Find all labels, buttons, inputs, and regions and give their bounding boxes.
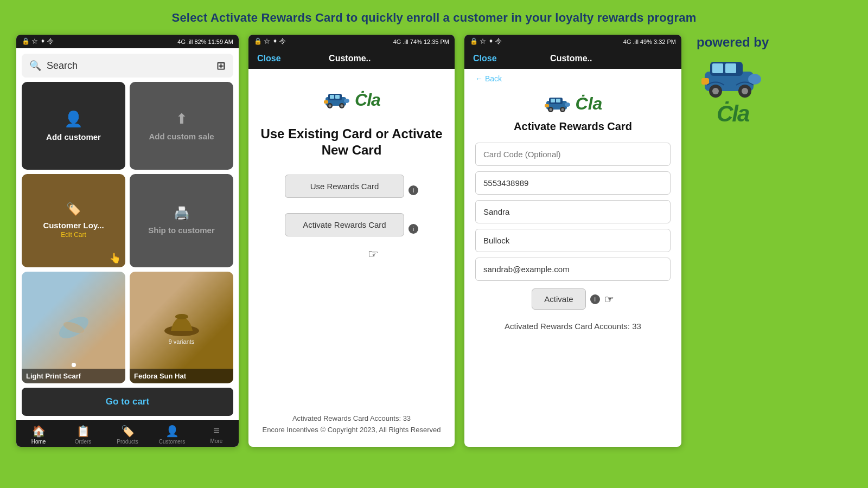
- phone-field[interactable]: 5553438989: [475, 171, 671, 195]
- nav-orders[interactable]: 📋 Orders: [61, 425, 105, 445]
- svg-point-19: [549, 108, 552, 111]
- add-customer-label: Add customer: [46, 132, 101, 142]
- svg-rect-26: [712, 63, 723, 73]
- back-link[interactable]: ← Back: [475, 69, 671, 88]
- hand-cursor-2: ☞: [368, 247, 379, 261]
- hat-variants-label: 9 variants: [169, 338, 195, 345]
- search-bar[interactable]: 🔍 Search ⊞: [22, 54, 233, 78]
- products-label: Products: [117, 439, 138, 445]
- svg-point-11: [341, 105, 343, 107]
- nav-customers[interactable]: 👤 Customers: [150, 425, 194, 445]
- svg-point-29: [712, 88, 719, 94]
- hat-label: Fedora Sun Hat: [130, 369, 233, 383]
- page-header: Select Activate Rewards Card to quickly …: [16, 11, 852, 25]
- screen3-heading: Activate Rewards Card: [475, 120, 671, 133]
- svg-rect-23: [545, 104, 549, 107]
- status-bar-2: 🔒 ☆ ✦ 令 4G .ill 74% 12:35 PM: [248, 35, 455, 48]
- svg-rect-16: [551, 99, 555, 102]
- go-to-cart-button[interactable]: Go to cart: [22, 388, 233, 416]
- svg-rect-7: [335, 95, 340, 99]
- status-bar-1: 🔒 ☆ ✦ 令 4G .ill 82% 11:59 AM: [16, 35, 239, 48]
- customers-icon: 👤: [165, 425, 179, 438]
- screen3: 🔒 ☆ ✦ 令 4G .ill 49% 3:32 PM Close Custom…: [464, 35, 681, 447]
- nav-home[interactable]: 🏠 Home: [16, 425, 61, 445]
- customer-loyalty-cell[interactable]: 🏷️ Customer Loy... Edit Cart 👆: [22, 174, 125, 267]
- activate-rewards-info-icon[interactable]: i: [409, 224, 418, 234]
- fedora-sun-hat-cell[interactable]: 9 variants Fedora Sun Hat: [130, 272, 233, 383]
- add-custom-sale-cell[interactable]: ⬆ Add custom sale: [130, 82, 233, 170]
- svg-point-21: [561, 108, 564, 111]
- powered-by-car-icon: [700, 55, 765, 99]
- svg-point-9: [329, 105, 331, 107]
- customer-loyalty-sublabel: Edit Cart: [61, 231, 86, 239]
- scarf-image: Light Print Scarf: [22, 272, 125, 383]
- card-code-input[interactable]: [475, 143, 671, 166]
- more-icon: ≡: [213, 425, 220, 437]
- svg-rect-6: [330, 95, 334, 99]
- powered-by-label: powered by: [697, 35, 769, 50]
- svg-rect-17: [556, 99, 560, 102]
- top-bar-3: Close Custome..: [464, 48, 681, 69]
- loyalty-icon: 🏷️: [66, 202, 81, 216]
- status-left-2: 🔒 ☆ ✦ 令: [254, 37, 286, 46]
- activate-row: Activate i ☞: [475, 288, 671, 310]
- add-customer-icon: 👤: [64, 110, 83, 128]
- encore-car-icon: [323, 91, 353, 110]
- bottom-nav: 🏠 Home 📋 Orders 🏷️ Products 👤 Customers …: [16, 420, 239, 447]
- screen2-footer: Activated Rewards Card Accounts: 33 Enco…: [263, 413, 441, 436]
- activate-button[interactable]: Activate: [532, 288, 585, 310]
- nav-more[interactable]: ≡ More: [194, 425, 239, 445]
- customers-label: Customers: [159, 439, 185, 445]
- scan-icon: ⊞: [216, 59, 226, 72]
- copyright-text: Encore Incentives © Copyright 2023, All …: [263, 425, 441, 436]
- products-icon: 🏷️: [121, 425, 135, 438]
- status-right-3: 4G .ill 49% 3:32 PM: [623, 38, 676, 45]
- status-right-2: 4G .ill 74% 12:35 PM: [393, 38, 449, 45]
- screen3-body: ← Back Ċla: [464, 69, 681, 447]
- powered-by-cla-text: Ċla: [717, 101, 749, 127]
- close-button-2[interactable]: Close: [257, 54, 281, 63]
- encore-text-icon-3: Ċla: [576, 94, 603, 114]
- status-left-1: 🔒 ☆ ✦ 令: [22, 37, 54, 46]
- hat-image: 9 variants Fedora Sun Hat: [130, 272, 233, 383]
- use-rewards-card-button[interactable]: Use Rewards Card: [285, 175, 404, 198]
- accounts-count-2: Activated Rewards Card Accounts: 33: [263, 413, 441, 425]
- email-field[interactable]: sandrab@example.com: [475, 258, 671, 281]
- screen1: 🔒 ☆ ✦ 令 4G .ill 82% 11:59 AM 🔍 Search ⊞ …: [16, 35, 239, 447]
- orders-icon: 📋: [76, 425, 90, 438]
- light-print-scarf-cell[interactable]: Light Print Scarf: [22, 272, 125, 383]
- customer-loyalty-label: Customer Loy...: [43, 221, 104, 230]
- add-customer-cell[interactable]: 👤 Add customer: [22, 82, 125, 170]
- scarf-label: Light Print Scarf: [22, 369, 125, 383]
- activate-info-icon[interactable]: i: [590, 294, 600, 304]
- activate-rewards-card-row: Activate Rewards Card i: [285, 213, 418, 244]
- header-title: Select Activate Rewards Card to quickly …: [172, 11, 697, 24]
- status-right-1: 4G .ill 82% 11:59 AM: [177, 38, 233, 45]
- activate-rewards-label: Activate Rewards Card: [303, 220, 386, 229]
- more-label: More: [210, 438, 223, 444]
- add-custom-sale-icon: ⬆: [176, 111, 188, 127]
- screen2-title: Custome..: [329, 54, 371, 63]
- first-name-field[interactable]: Sandra: [475, 200, 671, 223]
- svg-rect-27: [725, 63, 736, 73]
- status-bar-3: 🔒 ☆ ✦ 令 4G .ill 49% 3:32 PM: [464, 35, 681, 48]
- use-rewards-label: Use Rewards Card: [310, 182, 379, 191]
- screen3-title: Custome..: [550, 54, 592, 63]
- quick-actions-grid: 👤 Add customer ⬆ Add custom sale 🏷️ Cust…: [16, 82, 239, 383]
- encore-text-icon: Ċla: [355, 90, 380, 110]
- svg-rect-33: [701, 78, 709, 85]
- activate-rewards-card-button[interactable]: Activate Rewards Card: [285, 213, 404, 236]
- svg-point-3: [175, 314, 188, 319]
- brand-logo-3: Ċla: [475, 94, 671, 114]
- last-name-field[interactable]: Bullock: [475, 229, 671, 252]
- add-custom-sale-label: Add custom sale: [149, 132, 214, 141]
- powered-by-section: powered by: [697, 35, 769, 127]
- home-label: Home: [31, 439, 46, 445]
- screen2-body: Ċla Use Existing Card or Activate New Ca…: [248, 69, 455, 447]
- status-left-3: 🔒 ☆ ✦ 令: [470, 37, 502, 46]
- use-rewards-info-icon[interactable]: i: [409, 185, 418, 195]
- close-button-3[interactable]: Close: [473, 54, 497, 63]
- screen2-heading: Use Existing Card or Activate New Card: [259, 126, 444, 158]
- nav-products[interactable]: 🏷️ Products: [105, 425, 150, 445]
- ship-to-customer-cell[interactable]: 🖨️ Ship to customer: [130, 174, 233, 267]
